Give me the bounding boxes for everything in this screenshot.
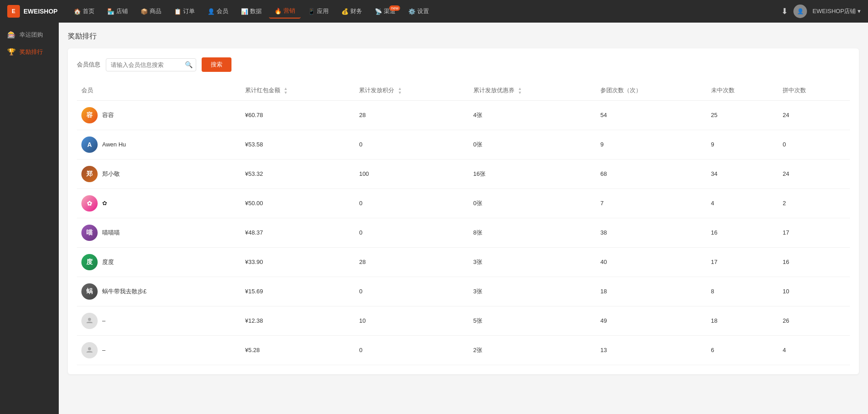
sort-icon-coupons: ▲▼	[518, 87, 522, 95]
store-icon: 🏪	[107, 8, 114, 15]
col-member: 会员	[77, 81, 241, 100]
cell-join-count: 7	[596, 188, 707, 218]
member-name: 喵喵喵	[102, 229, 120, 237]
cell-miss-count: 8	[707, 277, 778, 306]
cell-group-count: 10	[778, 277, 850, 306]
main-content: 奖励排行 会员信息 🔍 搜索 会员 累计红包金额	[59, 23, 868, 414]
cell-coupons: 3张	[469, 277, 596, 306]
cell-points: 28	[354, 100, 468, 130]
cell-join-count: 40	[596, 247, 707, 277]
search-button[interactable]: 搜索	[202, 57, 231, 72]
cell-member: –	[77, 335, 241, 365]
search-icon[interactable]: 🔍	[185, 61, 193, 68]
nav-item-order[interactable]: 📋 订单	[169, 5, 200, 18]
nav-label-store: 店铺	[116, 7, 128, 15]
lucky-group-icon: 🎰	[7, 31, 16, 39]
member-icon: 👤	[208, 8, 215, 15]
member-name: Awen Hu	[102, 141, 126, 148]
cell-miss-count: 25	[707, 100, 778, 130]
col-join-count: 参团次数（次）	[596, 81, 707, 100]
app-icon: 📱	[308, 8, 315, 15]
members-table: 会员 累计红包金额 ▲▼ 累计发放积分 ▲▼ 累计发放优惠券 ▲▼	[77, 81, 850, 365]
table-row: ✿ ✿ ¥50.00 0 0张 7 4 2	[77, 188, 850, 218]
avatar: 度	[81, 254, 98, 270]
search-input[interactable]	[106, 58, 196, 71]
member-cell: 容 容容	[81, 107, 236, 123]
member-cell: A Awen Hu	[81, 136, 236, 153]
nav-item-channel[interactable]: 📡 渠道 new	[369, 5, 401, 18]
table-row: 郑 郑小敬 ¥53.32 100 16张 68 34 24	[77, 159, 850, 188]
search-label: 会员信息	[77, 61, 100, 69]
cell-points: 0	[354, 218, 468, 247]
col-red-packet[interactable]: 累计红包金额 ▲▼	[241, 81, 354, 100]
cell-member: 蜗 蜗牛带我去散步£	[77, 277, 241, 306]
cell-red-packet: ¥53.58	[241, 130, 354, 159]
download-icon[interactable]: ⬇	[781, 6, 788, 16]
cell-group-count: 4	[778, 335, 850, 365]
order-icon: 📋	[174, 8, 181, 15]
nav-item-marketing[interactable]: 🔥 营销	[269, 4, 301, 19]
nav-item-finance[interactable]: 💰 财务	[336, 5, 368, 18]
cell-member: –	[77, 306, 241, 335]
cell-red-packet: ¥5.28	[241, 335, 354, 365]
cell-join-count: 68	[596, 159, 707, 188]
svg-point-1	[88, 347, 91, 350]
cell-join-count: 13	[596, 335, 707, 365]
nav-item-member[interactable]: 👤 会员	[202, 5, 234, 18]
cell-points: 28	[354, 247, 468, 277]
nav-item-goods[interactable]: 📦 商品	[135, 5, 167, 18]
table-wrap: 会员 累计红包金额 ▲▼ 累计发放积分 ▲▼ 累计发放优惠券 ▲▼	[77, 81, 850, 365]
avatar-placeholder	[81, 342, 98, 358]
cell-miss-count: 18	[707, 306, 778, 335]
sort-icon-points: ▲▼	[398, 87, 402, 95]
svg-point-0	[88, 318, 91, 321]
cell-group-count: 17	[778, 218, 850, 247]
logo[interactable]: E EWEISHOP	[7, 5, 57, 18]
cell-group-count: 24	[778, 100, 850, 130]
nav-item-home[interactable]: 🏠 首页	[68, 5, 100, 18]
cell-red-packet: ¥15.69	[241, 277, 354, 306]
cell-points: 0	[354, 277, 468, 306]
cell-miss-count: 9	[707, 130, 778, 159]
page-title: 奖励排行	[68, 32, 859, 41]
goods-icon: 📦	[141, 8, 148, 15]
cell-points: 10	[354, 306, 468, 335]
cell-red-packet: ¥53.32	[241, 159, 354, 188]
nav-label-settings: 设置	[417, 7, 429, 15]
nav-label-order: 订单	[183, 7, 195, 15]
cell-member: 容 容容	[77, 100, 241, 130]
member-name: 蜗牛带我去散步£	[102, 287, 146, 296]
cell-group-count: 2	[778, 188, 850, 218]
nav-label-data: 数据	[250, 7, 262, 15]
finance-icon: 💰	[341, 8, 349, 15]
table-row: 容 容容 ¥60.78 28 4张 54 25 24	[77, 100, 850, 130]
nav-item-store[interactable]: 🏪 店铺	[102, 5, 133, 18]
cell-red-packet: ¥33.90	[241, 247, 354, 277]
table-row: 喵 喵喵喵 ¥48.37 0 8张 38 16 17	[77, 218, 850, 247]
avatar: 容	[81, 107, 98, 123]
cell-group-count: 26	[778, 306, 850, 335]
col-points[interactable]: 累计发放积分 ▲▼	[354, 81, 468, 100]
sidebar-item-reward-rank[interactable]: 🏆 奖励排行	[0, 43, 59, 61]
cell-member: 郑 郑小敬	[77, 159, 241, 188]
cell-member: 喵 喵喵喵	[77, 218, 241, 247]
cell-red-packet: ¥50.00	[241, 188, 354, 218]
member-cell: 度 度度	[81, 254, 236, 270]
nav-item-app[interactable]: 📱 应用	[302, 5, 334, 18]
cell-red-packet: ¥48.37	[241, 218, 354, 247]
col-group-count: 拼中次数	[778, 81, 850, 100]
nav-item-data[interactable]: 📊 数据	[236, 5, 267, 18]
store-name[interactable]: EWEISHOP店铺 ▾	[812, 7, 861, 15]
sidebar-item-lucky-group[interactable]: 🎰 幸运团购	[0, 26, 59, 43]
member-cell: 喵 喵喵喵	[81, 225, 236, 241]
user-avatar[interactable]: 👤	[793, 5, 807, 18]
top-navigation: E EWEISHOP 🏠 首页 🏪 店铺 📦 商品 📋 订单 👤 会员 📊 数据	[0, 0, 868, 23]
search-input-wrap: 🔍	[106, 58, 196, 71]
cell-miss-count: 16	[707, 218, 778, 247]
cell-group-count: 24	[778, 159, 850, 188]
col-coupons[interactable]: 累计发放优惠券 ▲▼	[469, 81, 596, 100]
nav-item-settings[interactable]: ⚙️ 设置	[403, 5, 434, 18]
sidebar-label-reward-rank: 奖励排行	[19, 48, 43, 56]
nav-label-app: 应用	[317, 7, 329, 15]
nav-right: ⬇ 👤 EWEISHOP店铺 ▾	[781, 5, 861, 18]
